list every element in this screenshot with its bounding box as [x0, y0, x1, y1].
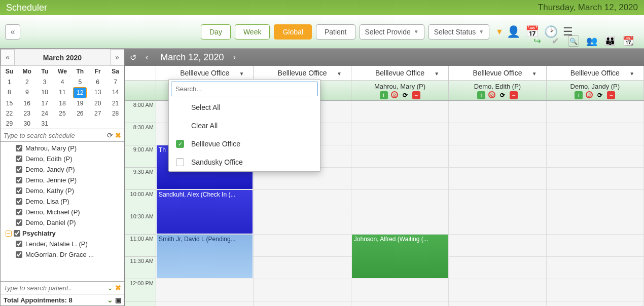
select-provider-dropdown[interactable]: Select Provide▼: [360, 24, 424, 40]
cal-day[interactable]: 18: [54, 98, 71, 108]
schedule-column[interactable]: Johnson, Alfred (Waiting (...: [351, 101, 449, 306]
search-patient-input[interactable]: [4, 284, 105, 292]
time-slot[interactable]: [547, 190, 643, 212]
block-icon[interactable]: ⊘: [391, 91, 398, 98]
remove-icon[interactable]: −: [607, 91, 615, 99]
cal-day[interactable]: 5: [71, 77, 89, 87]
cal-day[interactable]: 22: [1, 108, 18, 119]
dropdown-option[interactable]: ✓ Belllevue Office: [169, 135, 320, 153]
add-icon[interactable]: +: [575, 91, 583, 99]
cal-day[interactable]: 1: [1, 77, 18, 87]
cal-day[interactable]: 31: [36, 119, 54, 129]
provider-checkbox[interactable]: [16, 219, 22, 226]
office-column-header[interactable]: Belllevue Office▼: [156, 66, 254, 80]
time-slot[interactable]: [254, 190, 350, 212]
cal-day[interactable]: 23: [18, 108, 36, 119]
provider-checkbox[interactable]: [16, 251, 22, 258]
cal-day[interactable]: 30: [18, 119, 36, 129]
user-badge-icon[interactable]: 👤: [507, 25, 520, 39]
time-slot[interactable]: [449, 101, 546, 123]
block-icon[interactable]: ⊘: [586, 91, 593, 98]
time-slot[interactable]: [254, 279, 350, 301]
week-button[interactable]: Week: [235, 24, 270, 40]
chevron-down-icon[interactable]: ⌄: [107, 284, 113, 292]
collapse-icon[interactable]: −: [6, 231, 12, 237]
cal-day[interactable]: 15: [1, 98, 18, 108]
back-button[interactable]: «: [5, 24, 20, 40]
provider-item[interactable]: McGorrian, Dr Grace ...: [16, 249, 124, 260]
patient-button[interactable]: Patient: [316, 24, 355, 40]
time-slot[interactable]: [449, 190, 546, 212]
provider-checkbox[interactable]: [16, 145, 22, 151]
cal-day[interactable]: 7: [106, 77, 124, 87]
time-slot[interactable]: [547, 257, 643, 279]
provider-checkbox[interactable]: [16, 209, 22, 215]
cal-prev-button[interactable]: «: [1, 49, 15, 65]
provider-group[interactable]: −Psychiatry: [6, 228, 124, 239]
time-slot[interactable]: [351, 190, 448, 212]
provider-item[interactable]: Demo, Jandy (P): [16, 164, 124, 175]
dropdown-search-input[interactable]: [171, 82, 318, 96]
time-slot[interactable]: [547, 212, 643, 235]
time-slot[interactable]: [449, 257, 546, 279]
remove-icon[interactable]: −: [510, 91, 518, 99]
dropdown-option[interactable]: Sandusky Office: [169, 153, 320, 171]
time-slot[interactable]: [351, 279, 448, 301]
provider-item[interactable]: Demo, Daniel (P): [16, 217, 124, 228]
refresh-icon[interactable]: ⟳: [107, 131, 113, 139]
cal-day[interactable]: 2: [18, 77, 36, 87]
cal-day[interactable]: 9: [18, 87, 36, 98]
office-column-header[interactable]: Belllevue Office▼: [449, 66, 546, 80]
caret-down-icon[interactable]: ▼: [337, 71, 342, 76]
caret-down-icon[interactable]: ▼: [239, 71, 244, 76]
provider-checkbox[interactable]: [16, 198, 22, 205]
history-icon[interactable]: ↺: [130, 53, 136, 62]
search-icon[interactable]: 🔍: [568, 35, 579, 47]
schedule-column[interactable]: [547, 101, 644, 306]
dropdown-select-all[interactable]: Select All: [169, 98, 320, 117]
provider-checkbox[interactable]: [16, 156, 22, 162]
cal-day[interactable]: 12: [73, 87, 87, 98]
time-slot[interactable]: [254, 235, 350, 257]
time-slot[interactable]: [351, 123, 448, 145]
provider-item[interactable]: Demo, Jennie (P): [16, 175, 124, 185]
expand-icon[interactable]: ▣: [115, 296, 121, 304]
time-slot[interactable]: [547, 101, 643, 123]
provider-item[interactable]: Demo, Michael (P): [16, 207, 124, 217]
block-icon[interactable]: ⊘: [488, 91, 495, 98]
export-icon[interactable]: ↪: [531, 35, 543, 47]
add-icon[interactable]: +: [380, 91, 388, 99]
refresh-icon[interactable]: ⟳: [498, 91, 507, 99]
team-icon[interactable]: 👪: [604, 35, 616, 47]
time-slot[interactable]: [449, 168, 546, 190]
time-slot[interactable]: [351, 212, 448, 235]
prev-day-button[interactable]: ‹: [146, 53, 148, 62]
calendar-gear-icon[interactable]: 📆: [623, 35, 634, 47]
caret-down-icon[interactable]: ▼: [629, 71, 634, 76]
approve-icon[interactable]: ✔: [550, 35, 561, 47]
cal-day[interactable]: 8: [1, 87, 18, 98]
provider-item[interactable]: Demo, Lisa (P): [16, 196, 124, 207]
cal-day[interactable]: 16: [18, 98, 36, 108]
people-icon[interactable]: 👥: [586, 35, 597, 47]
time-slot[interactable]: [449, 279, 546, 301]
refresh-icon[interactable]: ⟳: [401, 91, 409, 99]
provider-checkbox[interactable]: [16, 241, 22, 247]
cal-day[interactable]: 17: [36, 98, 54, 108]
cal-day[interactable]: 4: [54, 77, 71, 87]
time-slot[interactable]: [547, 235, 643, 257]
time-slot[interactable]: [547, 145, 643, 168]
cal-day[interactable]: 25: [54, 108, 71, 119]
time-slot[interactable]: [351, 101, 448, 123]
global-button[interactable]: Global: [274, 24, 311, 40]
cal-day[interactable]: 24: [36, 108, 54, 119]
appointment[interactable]: Johnson, Alfred (Waiting (...: [352, 235, 448, 278]
time-slot[interactable]: [156, 279, 253, 301]
cal-day[interactable]: 27: [89, 108, 106, 119]
cal-day[interactable]: 26: [71, 108, 89, 119]
appointment[interactable]: Smith Jr, David L (Pending...: [157, 235, 253, 278]
time-slot[interactable]: [351, 145, 448, 168]
time-slot[interactable]: [351, 168, 448, 190]
office-column-header[interactable]: Belllevue Office▼: [254, 66, 351, 80]
add-icon[interactable]: +: [477, 91, 485, 99]
